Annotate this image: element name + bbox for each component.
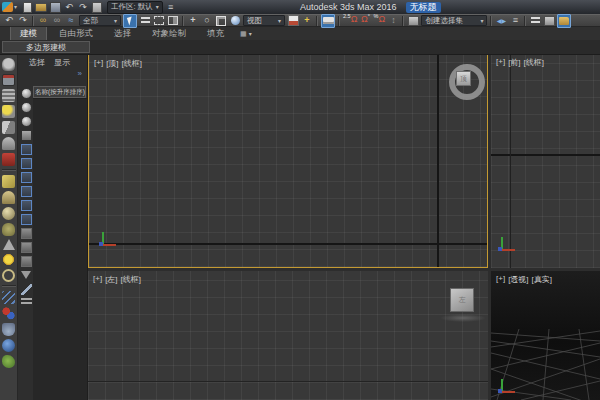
select-object-button[interactable]: [123, 14, 137, 28]
scene-object-list[interactable]: [33, 98, 87, 400]
viewport-perspective[interactable]: [+] [透视] [真实]: [491, 271, 600, 400]
selection-region-button[interactable]: [153, 15, 165, 27]
layer-manager-button[interactable]: [529, 15, 541, 27]
select-and-place-button[interactable]: [229, 15, 241, 27]
perspective-viewport-label[interactable]: [+] [透视] [真实]: [496, 274, 552, 285]
percent-snap-button[interactable]: % Ω: [373, 15, 385, 27]
snaps-toggle-button[interactable]: 2.5 Ω: [343, 15, 357, 27]
create-sphere-icon[interactable]: [2, 207, 15, 220]
select-by-name-button[interactable]: [139, 15, 151, 27]
create-teapot-icon[interactable]: [2, 223, 15, 236]
filter-cameras-icon[interactable]: [21, 130, 32, 141]
filter-list-icon[interactable]: [21, 298, 32, 307]
light-bulb-icon[interactable]: [2, 105, 15, 118]
filter-materials-icon[interactable]: [21, 228, 32, 239]
reference-coordinate-dropdown[interactable]: 视图 ▾: [243, 15, 285, 26]
viewport-front[interactable]: [+] [前] [线框]: [491, 54, 600, 268]
viewport-window-icon[interactable]: [2, 74, 15, 86]
ribbon-toggle-button[interactable]: [557, 14, 571, 28]
viewport-menu-plus[interactable]: [+]: [496, 274, 505, 285]
name-sort-column-header[interactable]: 名称(按升序排序): [33, 86, 86, 98]
filter-layers-icon[interactable]: [21, 256, 32, 267]
render-teapot-icon[interactable]: [2, 58, 15, 71]
spinner-snap-button[interactable]: ↕: [387, 15, 399, 27]
viewport-top[interactable]: [+] [顶] [线框] 顶: [88, 54, 488, 268]
tab-selection[interactable]: 选择: [105, 27, 140, 40]
viewport-shading[interactable]: [真实]: [532, 274, 552, 285]
filter-objects-icon[interactable]: [21, 242, 32, 253]
list-window-icon[interactable]: [2, 89, 15, 102]
project-template-button[interactable]: [91, 2, 103, 13]
tab-modeling[interactable]: 建模: [10, 26, 47, 40]
undo-scene-button[interactable]: ↶: [3, 15, 15, 27]
filter-shapes-icon[interactable]: [21, 102, 32, 113]
tab-freeform[interactable]: 自由形式: [50, 27, 102, 40]
bind-to-spacewarp-icon[interactable]: ≈: [65, 15, 77, 27]
spacewarp-icon[interactable]: [2, 291, 15, 304]
filter-xrefs-icon[interactable]: [21, 186, 32, 197]
explorer-overflow-chevron[interactable]: »: [78, 69, 82, 78]
edit-named-selections-button[interactable]: [407, 15, 419, 27]
filter-groups-icon[interactable]: [21, 172, 32, 183]
viewport-name[interactable]: [透视]: [508, 274, 528, 285]
viewport-shading[interactable]: [线框]: [524, 57, 544, 68]
tab-object-paint[interactable]: 对象绘制: [143, 27, 195, 40]
new-scene-button[interactable]: [21, 2, 33, 13]
select-and-scale-button[interactable]: [215, 15, 227, 27]
polygon-modeling-panel-tab[interactable]: 多边形建模: [2, 41, 90, 53]
filter-lights-icon[interactable]: [21, 116, 32, 127]
left-viewport-label[interactable]: [+] [左] [线框]: [93, 274, 141, 285]
tab-populate[interactable]: 填充: [198, 27, 233, 40]
save-file-button[interactable]: [49, 2, 61, 13]
create-pyramid-icon[interactable]: [3, 239, 15, 250]
viewport-menu-plus[interactable]: [+]: [94, 58, 103, 69]
world-globe-icon[interactable]: [2, 339, 15, 352]
viewport-menu-plus[interactable]: [+]: [496, 57, 505, 68]
create-circle-icon[interactable]: [2, 269, 15, 282]
top-viewport-label[interactable]: [+] [顶] [线框]: [94, 58, 142, 69]
viewport-name[interactable]: [顶]: [106, 58, 118, 69]
filter-arrow-icon[interactable]: [21, 284, 32, 295]
tab-display[interactable]: 显示: [54, 57, 70, 68]
viewcube-top-face[interactable]: 顶: [456, 71, 471, 86]
create-box-icon[interactable]: [2, 175, 15, 188]
window-crossing-button[interactable]: [167, 15, 179, 27]
viewport-left[interactable]: [+] [左] [线框] 左: [88, 271, 488, 400]
redo-button[interactable]: ↷: [77, 2, 89, 13]
keyboard-shortcut-override-button[interactable]: [321, 14, 335, 28]
viewport-name[interactable]: [前]: [508, 57, 520, 68]
create-dome-icon[interactable]: [2, 191, 15, 204]
toolbox-button[interactable]: [543, 15, 555, 27]
select-and-manipulate-button[interactable]: +: [301, 15, 313, 27]
unlink-selection-icon[interactable]: ∞: [51, 15, 63, 27]
filter-funnel-icon[interactable]: [21, 271, 31, 279]
tab-select[interactable]: 选择: [29, 57, 45, 68]
application-menu-button[interactable]: ▾: [2, 2, 17, 12]
selection-filter-dropdown[interactable]: 全部 ▾: [79, 15, 121, 26]
viewport-shading[interactable]: [线框]: [122, 58, 142, 69]
workspace-dropdown[interactable]: 工作区: 默认 ▾: [107, 1, 163, 14]
front-viewport-label[interactable]: [+] [前] [线框]: [496, 57, 544, 68]
camera-icon[interactable]: [2, 153, 15, 166]
undo-button[interactable]: ↶: [63, 2, 75, 13]
filter-spacewarps-icon[interactable]: [21, 158, 32, 169]
redo-scene-button[interactable]: ↷: [17, 15, 29, 27]
filter-bones-icon[interactable]: [21, 200, 32, 211]
use-pivot-center-button[interactable]: [287, 15, 299, 27]
viewcube-left-face[interactable]: 左: [450, 288, 474, 312]
select-and-rotate-button[interactable]: ○: [201, 15, 213, 27]
particle-system-icon[interactable]: [2, 323, 15, 336]
speaker-icon[interactable]: [2, 121, 15, 134]
dome-light-icon[interactable]: [2, 137, 15, 150]
filter-containers-icon[interactable]: [21, 214, 32, 225]
ribbon-overflow-button[interactable]: ▦ ▾: [236, 30, 256, 40]
filter-helpers-icon[interactable]: [21, 144, 32, 155]
toolbar-options-button[interactable]: ≡: [165, 2, 177, 13]
viewport-name[interactable]: [左]: [105, 274, 117, 285]
align-button[interactable]: ≡: [509, 15, 521, 27]
bones-icon[interactable]: [2, 307, 15, 320]
select-and-link-icon[interactable]: ∞: [37, 15, 49, 27]
filter-geometry-icon[interactable]: [21, 88, 32, 99]
angle-snap-button[interactable]: Ω °: [359, 15, 371, 27]
open-file-button[interactable]: [35, 2, 47, 13]
